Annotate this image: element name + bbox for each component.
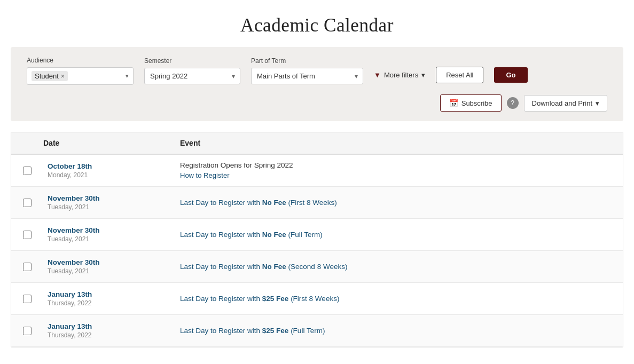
audience-filter-group: Audience Student × ▾ [27, 57, 134, 85]
col-header-event: Event [180, 139, 614, 147]
row-date-3: November 30th Tuesday, 2021 [43, 220, 171, 249]
date-sub-6: Thursday, 2022 [48, 331, 167, 339]
row-date-1: October 18th Monday, 2021 [43, 156, 171, 185]
semester-select-wrapper: Spring 2022 Fall 2021 Summer 2021 Spring… [144, 68, 240, 84]
actions-row: 📅 Subscribe ? Download and Print ▾ [27, 92, 607, 112]
checkbox-4[interactable] [23, 263, 32, 271]
row-date-6: January 13th Thursday, 2022 [43, 316, 171, 345]
checkbox-2[interactable] [23, 199, 32, 207]
event-text-6[interactable]: Last Day to Register with $25 Fee (Full … [180, 327, 325, 335]
date-sub-5: Thursday, 2022 [48, 299, 167, 307]
page-title: Academic Calendar [0, 0, 634, 47]
col-header-date: Date [20, 139, 180, 147]
download-label: Download and Print [532, 99, 592, 107]
event-title-1: Registration Opens for Spring 2022 [180, 161, 614, 169]
row-date-5: January 13th Thursday, 2022 [43, 284, 171, 313]
checkbox-6[interactable] [23, 327, 32, 335]
date-sub-3: Tuesday, 2021 [48, 235, 167, 243]
audience-tag-text: Student [35, 72, 59, 80]
help-icon[interactable]: ? [507, 97, 519, 109]
download-print-button[interactable]: Download and Print ▾ [524, 95, 607, 112]
more-filters-label: More filters [384, 71, 418, 79]
more-filters-button[interactable]: ▼ More filters ▾ [374, 71, 425, 79]
row-checkbox-6[interactable] [11, 327, 43, 335]
reset-all-button[interactable]: Reset All [436, 67, 483, 83]
event-link-1[interactable]: How to Register [180, 171, 229, 179]
audience-label: Audience [27, 57, 134, 64]
row-checkbox-2[interactable] [11, 199, 43, 207]
date-sub-1: Monday, 2021 [48, 171, 167, 179]
more-filters-chevron-icon: ▾ [421, 71, 425, 79]
calendar-table: Date Event October 18th Monday, 2021 Reg… [11, 132, 623, 347]
audience-chevron-icon: ▾ [126, 73, 129, 80]
date-sub-4: Tuesday, 2021 [48, 267, 167, 275]
table-row: November 30th Tuesday, 2021 Last Day to … [11, 187, 623, 219]
row-event-6: Last Day to Register with $25 Fee (Full … [171, 320, 623, 342]
date-main-5: January 13th [48, 290, 167, 298]
date-main-2: November 30th [48, 194, 167, 202]
event-text-3[interactable]: Last Day to Register with No Fee (Full T… [180, 231, 323, 239]
semester-select[interactable]: Spring 2022 Fall 2021 Summer 2021 Spring… [144, 68, 240, 84]
checkbox-3[interactable] [23, 231, 32, 239]
subscribe-button[interactable]: 📅 Subscribe [440, 94, 502, 112]
filter-bar: Audience Student × ▾ Semester Spring 202… [11, 47, 623, 121]
part-of-term-select-wrapper: Main Parts of Term Full Term First 8 Wee… [251, 68, 363, 84]
row-date-2: November 30th Tuesday, 2021 [43, 188, 171, 217]
row-event-4: Last Day to Register with No Fee (Second… [171, 256, 623, 278]
go-button[interactable]: Go [494, 67, 527, 83]
audience-selector[interactable]: Student × ▾ [27, 67, 134, 85]
row-checkbox-4[interactable] [11, 263, 43, 271]
table-row: November 30th Tuesday, 2021 Last Day to … [11, 251, 623, 283]
row-event-5: Last Day to Register with $25 Fee (First… [171, 288, 623, 310]
help-text: ? [511, 99, 514, 107]
table-row: October 18th Monday, 2021 Registration O… [11, 155, 623, 187]
table-row: January 13th Thursday, 2022 Last Day to … [11, 283, 623, 315]
checkbox-5[interactable] [23, 295, 32, 303]
table-row: November 30th Tuesday, 2021 Last Day to … [11, 219, 623, 251]
semester-label: Semester [144, 57, 240, 65]
row-event-3: Last Day to Register with No Fee (Full T… [171, 224, 623, 246]
part-of-term-label: Part of Term [251, 57, 363, 65]
row-date-4: November 30th Tuesday, 2021 [43, 252, 171, 281]
semester-filter-group: Semester Spring 2022 Fall 2021 Summer 20… [144, 57, 240, 84]
download-chevron-icon: ▾ [596, 99, 599, 107]
part-of-term-select[interactable]: Main Parts of Term Full Term First 8 Wee… [251, 68, 363, 84]
date-sub-2: Tuesday, 2021 [48, 203, 167, 211]
row-event-1: Registration Opens for Spring 2022 How t… [171, 155, 623, 186]
event-text-5[interactable]: Last Day to Register with $25 Fee (First… [180, 295, 339, 303]
row-event-2: Last Day to Register with No Fee (First … [171, 192, 623, 213]
table-row: January 13th Thursday, 2022 Last Day to … [11, 315, 623, 347]
row-checkbox-5[interactable] [11, 295, 43, 303]
date-main-1: October 18th [48, 162, 167, 170]
event-text-2[interactable]: Last Day to Register with No Fee (First … [180, 199, 337, 207]
date-main-4: November 30th [48, 258, 167, 266]
event-text-4[interactable]: Last Day to Register with No Fee (Second… [180, 263, 347, 271]
part-of-term-filter-group: Part of Term Main Parts of Term Full Ter… [251, 57, 363, 84]
audience-remove-icon[interactable]: × [61, 73, 65, 80]
date-main-6: January 13th [48, 322, 167, 330]
row-checkbox-3[interactable] [11, 231, 43, 239]
table-header: Date Event [11, 132, 623, 155]
date-main-3: November 30th [48, 226, 167, 234]
row-checkbox-1[interactable] [11, 167, 43, 175]
filter-row-main: Audience Student × ▾ Semester Spring 202… [27, 57, 607, 85]
subscribe-label: Subscribe [461, 99, 492, 107]
filter-icon: ▼ [374, 71, 381, 79]
calendar-icon: 📅 [449, 99, 458, 107]
audience-tag: Student × [32, 71, 68, 81]
checkbox-1[interactable] [23, 167, 32, 175]
